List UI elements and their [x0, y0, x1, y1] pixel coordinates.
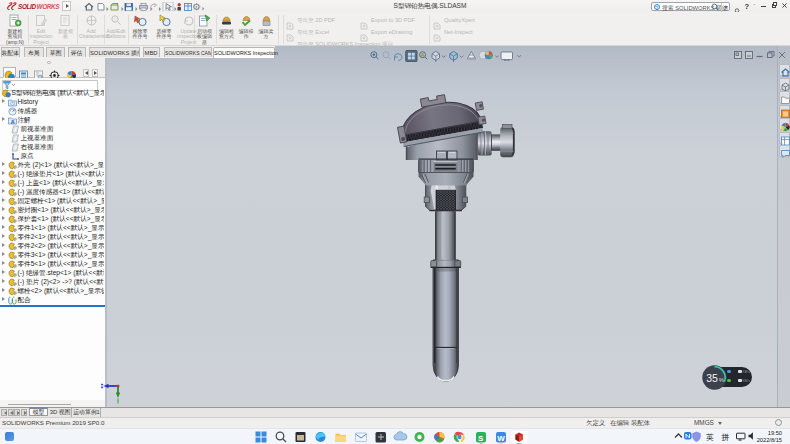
svg-text:%: %: [719, 377, 725, 383]
svg-text:英: 英: [706, 433, 714, 442]
svg-text:W: W: [497, 433, 505, 442]
svg-text:拼: 拼: [721, 433, 730, 442]
svg-text:35: 35: [706, 371, 718, 383]
svg-text:A: A: [421, 52, 425, 58]
svg-text:SOLID: SOLID: [18, 3, 36, 10]
svg-text:S: S: [478, 433, 484, 442]
svg-text:WORKS: WORKS: [37, 3, 61, 10]
svg-text:A: A: [10, 118, 14, 124]
